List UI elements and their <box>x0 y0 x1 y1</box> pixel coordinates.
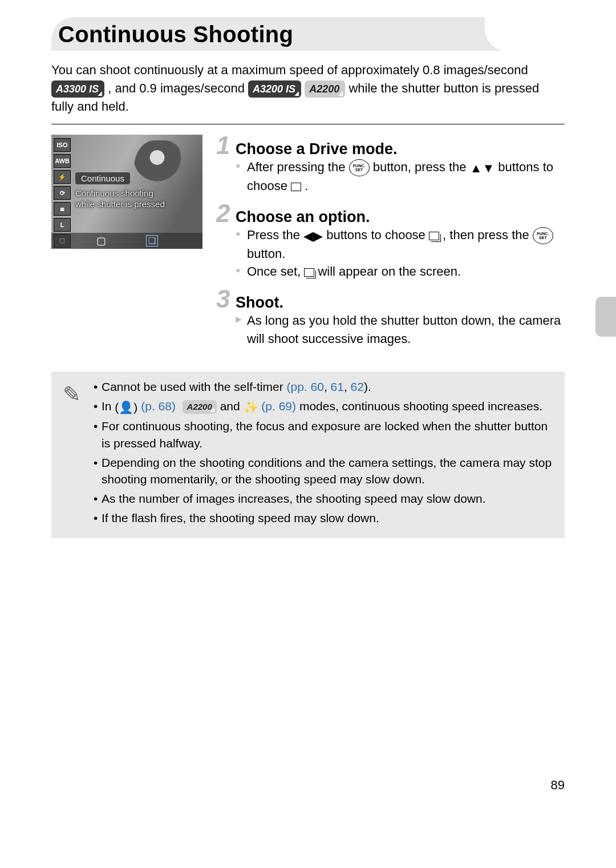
pencil-note-icon: ✎ <box>63 378 83 529</box>
divider <box>51 124 565 124</box>
note-item: For continuous shooting, the focus and e… <box>94 418 553 452</box>
step-line: As long as you hold the shutter button d… <box>236 312 565 347</box>
step-number: 3 <box>216 288 232 309</box>
continuous-frame-icon <box>304 268 314 277</box>
notes-list: Cannot be used with the self-timer (pp. … <box>94 378 553 529</box>
lcd-subtip: Continuous shooting while shutter is pre… <box>75 188 165 210</box>
size-icon: L <box>54 218 71 232</box>
step-line: Once set, will appear on the screen. <box>236 263 565 280</box>
flash-icon: ⚡ <box>54 170 71 184</box>
model-badge-a2200: A2200 <box>183 400 217 413</box>
step-number: 2 <box>216 203 232 224</box>
lcd-left-icon-strip: ISO AWB ⚡ ⟳ ◙ L ☐ <box>54 138 71 248</box>
up-down-arrow-icon: ▲▼ <box>470 161 495 175</box>
step-3: 3 Shoot. As long as you hold the shutter… <box>216 288 565 347</box>
model-badge-a3300: A3300 IS <box>51 80 104 98</box>
meter-icon: ◙ <box>54 202 71 216</box>
note-item: In (👤) (p. 68) A2200 and ✨ (p. 69) modes… <box>94 398 553 415</box>
continuous-frame-icon <box>429 232 439 240</box>
kids-pets-mode-icon: (👤) <box>115 400 137 413</box>
step-number: 1 <box>216 135 232 156</box>
lcd-bottom-bar: ▢ ❏ <box>51 233 202 249</box>
model-badge-a2200: A2200 <box>305 80 345 98</box>
intro-text: images/second <box>444 63 528 77</box>
note-item: Cannot be used with the self-timer (pp. … <box>94 378 553 395</box>
iso-icon: ISO <box>54 138 71 152</box>
step-1: 1 Choose a Drive mode. After pressing th… <box>216 135 565 195</box>
step-content-row: ISO AWB ⚡ ⟳ ◙ L ☐ Continuous Continuous … <box>51 135 565 356</box>
step-2: 2 Choose an option. Press the ◀▶ buttons… <box>216 203 565 280</box>
step-line: Press the ◀▶ buttons to choose , then pr… <box>236 226 565 263</box>
page-ref-link[interactable]: (p. 68) <box>141 399 176 413</box>
model-badge-a3200: A3200 IS <box>248 80 301 98</box>
lcd-tooltip: Continuous <box>75 172 130 184</box>
note-item: Depending on the shooting conditions and… <box>94 454 553 488</box>
intro-text: You can shoot continuously at a maximum … <box>51 63 444 77</box>
intro-paragraph: You can shoot continuously at a maximum … <box>51 61 565 116</box>
page-ref-link[interactable]: 62 <box>351 380 364 393</box>
note-item: If the flash fires, the shooting speed m… <box>94 510 553 527</box>
step-title: Choose a Drive mode. <box>236 140 398 158</box>
continuous-shot-icon: ❏ <box>146 235 158 247</box>
page-number: 89 <box>51 778 565 793</box>
single-frame-icon <box>291 183 301 191</box>
section-title-bar: Continuous Shooting <box>51 17 565 51</box>
single-shot-icon: ▢ <box>96 235 106 247</box>
func-set-button-icon: FUNC.SET <box>349 159 370 176</box>
notes-box: ✎ Cannot be used with the self-timer (pp… <box>51 372 565 538</box>
side-tab <box>595 297 616 337</box>
step-line: After pressing the FUNC.SET button, pres… <box>236 158 565 195</box>
step-title: Choose an option. <box>236 208 370 226</box>
left-right-arrow-icon: ◀▶ <box>303 229 323 243</box>
intro-text: , and 0.9 images/second <box>108 81 248 95</box>
step-title: Shoot. <box>236 294 283 312</box>
manual-page: Continuous Shooting You can shoot contin… <box>0 0 616 815</box>
awb-icon: AWB <box>54 154 71 168</box>
note-item: As the number of images increases, the s… <box>94 490 553 507</box>
fireworks-mode-icon: ✨ <box>244 400 258 413</box>
drive-icon: ⟳ <box>54 186 71 200</box>
page-ref-link[interactable]: (p. 69) <box>261 399 296 413</box>
page-ref-link[interactable]: 61 <box>331 380 344 393</box>
camera-lcd-screenshot: ISO AWB ⚡ ⟳ ◙ L ☐ Continuous Continuous … <box>51 135 202 249</box>
page-ref-link[interactable]: (pp. 60 <box>287 380 324 393</box>
section-title: Continuous Shooting <box>51 22 565 47</box>
steps-column: 1 Choose a Drive mode. After pressing th… <box>216 135 565 356</box>
func-set-button-icon: FUNC.SET <box>533 227 553 244</box>
